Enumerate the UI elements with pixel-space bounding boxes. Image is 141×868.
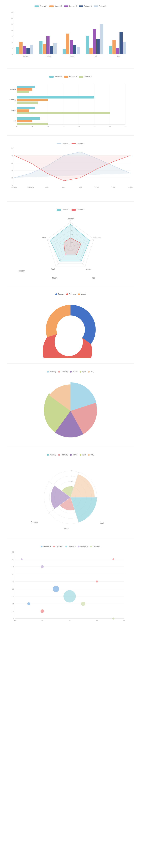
line-legend-color-1 (57, 143, 61, 144)
svg-text:10: 10 (14, 620, 16, 622)
bubble-legend-label-4: Dataset 4 (80, 546, 88, 548)
svg-rect-42 (123, 42, 126, 54)
svg-text:July: July (112, 186, 115, 188)
svg-text:35: 35 (11, 147, 13, 149)
donut-chart-section: January February March (0, 286, 141, 364)
svg-point-172 (40, 609, 44, 613)
svg-rect-35 (93, 29, 96, 54)
svg-text:30: 30 (12, 581, 14, 583)
hbar-legend-color-2 (64, 76, 68, 78)
radar-axis-label-feb: February (17, 270, 25, 272)
pie-legend-item-2: February (58, 371, 68, 373)
legend-color-2 (49, 5, 54, 7)
polar-legend-dot-5 (88, 454, 90, 456)
bubble-legend-item-4: Dataset 4 (78, 546, 88, 548)
svg-text:20: 20 (41, 620, 43, 622)
svg-text:35: 35 (125, 125, 126, 127)
svg-rect-67 (17, 88, 32, 91)
radar-legend-label-1: Dataset 1 (62, 209, 69, 211)
radar-legend-item-2: Dataset 2 (72, 209, 84, 211)
grouped-bar-chart-section: Dataset 1 Dataset 2 Dataset 3 Dataset 4 … (0, 0, 141, 68)
pie-legend-label-3: March (73, 371, 77, 373)
bubble-legend-dot-2 (53, 546, 55, 548)
line-chart-section: Dataset 1 Dataset 2 35 30 (0, 135, 141, 202)
donut-legend: January February March (7, 293, 134, 295)
line-legend-label-1: Dataset 1 (62, 143, 69, 145)
svg-text:45: 45 (12, 559, 14, 560)
polar-label-apr: April (101, 522, 104, 524)
svg-text:August: August (128, 186, 133, 188)
polar-legend-label-3: March (73, 454, 77, 456)
pie-legend-item-3: March (70, 371, 77, 373)
svg-rect-18 (16, 47, 19, 54)
svg-text:40: 40 (96, 620, 98, 622)
radar-axis-label-mar: March (52, 277, 57, 279)
donut-legend-item-1: January (55, 293, 64, 295)
donut-legend-item-2: February (66, 293, 76, 295)
polar-legend-label-2: February (61, 454, 68, 456)
svg-rect-71 (17, 99, 48, 101)
svg-rect-39 (112, 40, 116, 54)
horizontal-bar-legend: Dataset 1 Dataset 2 Dataset 3 (7, 76, 134, 78)
svg-text:20: 20 (78, 125, 80, 127)
polar-legend-item-5: May (88, 454, 94, 456)
svg-rect-38 (109, 46, 112, 54)
svg-text:January: January (10, 88, 16, 90)
pie-legend-label-1: January (50, 371, 56, 373)
legend-label-2: Dataset 2 (55, 5, 62, 7)
svg-text:March: March (45, 186, 49, 188)
svg-text:10: 10 (11, 184, 13, 186)
radar-axis-label-apr: April (92, 277, 95, 279)
svg-text:5: 5 (13, 618, 14, 620)
legend-color-5 (94, 5, 98, 7)
polar-legend-label-5: May (91, 454, 94, 456)
legend-color-3 (64, 5, 68, 7)
svg-rect-27 (54, 43, 57, 54)
svg-rect-24 (43, 44, 46, 54)
svg-text:10: 10 (71, 491, 72, 493)
svg-text:February: February (28, 186, 34, 188)
radar-legend: Dataset 1 Dataset 2 (7, 209, 134, 211)
legend-label-5: Dataset 5 (99, 5, 106, 7)
hbar-legend-label-2: Dataset 2 (69, 76, 77, 78)
svg-point-176 (41, 565, 44, 568)
svg-text:0: 0 (16, 125, 17, 127)
bubble-legend-item-3: Dataset 3 (65, 546, 76, 548)
svg-text:March: March (70, 55, 74, 57)
legend-item-1: Dataset 1 (35, 5, 47, 7)
line-legend-item-1: Dataset 1 (57, 143, 69, 145)
radar-legend-item-1: Dataset 1 (57, 209, 69, 211)
svg-text:January: January (67, 218, 74, 220)
svg-text:25: 25 (11, 162, 13, 164)
hbar-legend-item-2: Dataset 2 (64, 76, 77, 78)
radar-legend-color-2 (72, 209, 76, 211)
svg-point-171 (53, 586, 59, 592)
horizontal-bar-chart-section: Dataset 1 Dataset 2 Dataset 3 (0, 69, 141, 135)
polar-legend: January February March April May (7, 454, 134, 456)
svg-rect-34 (90, 48, 93, 54)
donut-legend-dot-1 (55, 293, 57, 295)
svg-rect-79 (17, 120, 32, 122)
bubble-legend-dot-1 (41, 546, 42, 548)
svg-text:30: 30 (11, 155, 13, 157)
bubble-legend-item-2: Dataset 2 (53, 546, 63, 548)
svg-text:May: May (117, 55, 120, 57)
svg-text:25: 25 (12, 588, 14, 590)
svg-point-179 (112, 558, 114, 560)
svg-point-170 (27, 602, 30, 605)
line-chart-svg: 35 30 25 20 15 10 January (7, 146, 134, 196)
legend-color-1 (35, 5, 39, 7)
bubble-svg: 50 45 40 35 30 25 20 15 10 5 10 20 30 40… (7, 550, 134, 624)
pie-legend-label-2: February (61, 371, 68, 373)
svg-rect-40 (116, 48, 119, 54)
pie-legend-item-1: January (47, 371, 56, 373)
svg-text:50: 50 (12, 551, 14, 553)
radar-svg: 55 46 37 28 19 10 January February March… (7, 213, 134, 280)
svg-rect-80 (17, 123, 48, 125)
svg-point-175 (21, 558, 23, 560)
legend-label-1: Dataset 1 (40, 5, 47, 7)
svg-text:35: 35 (11, 11, 13, 13)
polar-legend-item-3: March (70, 454, 77, 456)
svg-text:25: 25 (94, 125, 95, 127)
legend-item-3: Dataset 3 (64, 5, 77, 7)
